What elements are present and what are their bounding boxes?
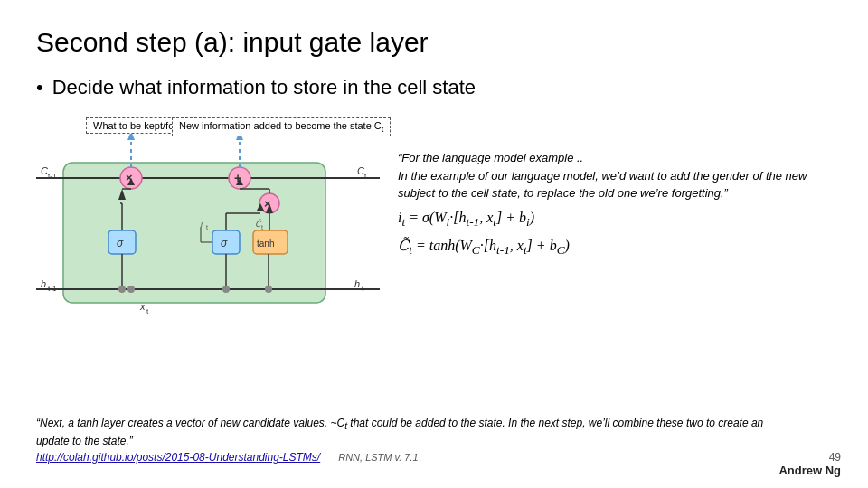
svg-text:tanh: tanh xyxy=(257,239,274,249)
svg-text:C: C xyxy=(41,165,48,176)
right-content: “For the language model example .. In th… xyxy=(389,108,832,330)
annotation-newinfo: New information added to become the stat… xyxy=(172,117,391,136)
quote-text: “For the language model example .. In th… xyxy=(398,149,814,202)
bottom-caption: “Next, a tanh layer creates a vector of … xyxy=(36,415,778,465)
formula-1: it = σ(Wi·[ht-1, xt] + bi) xyxy=(398,210,832,230)
slide-title: Second step (a): input gate layer xyxy=(36,27,832,58)
diagram-svg: C t-1 C t × + σ xyxy=(36,113,389,330)
svg-text:h: h xyxy=(354,278,360,289)
lstm-diagram: C t-1 C t × + σ xyxy=(36,113,389,330)
svg-point-53 xyxy=(265,286,272,293)
svg-text:t-1: t-1 xyxy=(48,172,57,180)
svg-text:t-1: t-1 xyxy=(48,285,57,293)
svg-point-55 xyxy=(118,286,126,293)
reference-link[interactable]: http://colah.github.io/posts/2015-08-Und… xyxy=(36,451,320,464)
svg-point-51 xyxy=(127,286,135,293)
svg-text:t: t xyxy=(146,307,149,315)
svg-text:σ: σ xyxy=(117,237,124,249)
footer: 49 Andrew Ng xyxy=(778,451,841,477)
bullet-text: Decide what information to store in the … xyxy=(36,76,832,99)
slide: Second step (a): input gate layer Decide… xyxy=(0,0,868,488)
svg-text:x: x xyxy=(139,301,146,312)
svg-text:σ: σ xyxy=(221,237,228,249)
svg-text:t: t xyxy=(261,224,263,230)
main-content: C t-1 C t × + σ xyxy=(36,108,832,330)
svg-text:t: t xyxy=(206,224,208,230)
svg-text:C: C xyxy=(357,165,364,176)
author-name: Andrew Ng xyxy=(778,464,841,477)
page-number: 49 xyxy=(778,451,841,464)
svg-point-52 xyxy=(222,286,230,293)
version-label: RNN, LSTM v. 7.1 xyxy=(338,452,418,463)
svg-text:h: h xyxy=(41,278,46,289)
formula-2: C̃t = tanh(WC·[ht-1, xt] + bC) xyxy=(398,237,832,258)
